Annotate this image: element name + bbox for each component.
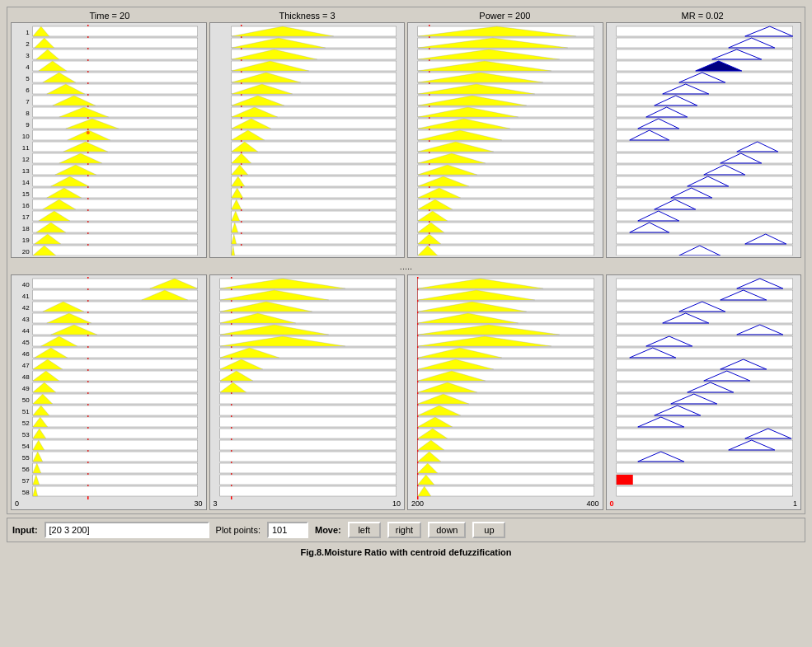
panel-mr-top bbox=[606, 22, 802, 258]
panel-power-top bbox=[407, 22, 603, 258]
plot-area: Time = 20 Thickness = 3 Power = 200 MR =… bbox=[7, 7, 805, 514]
chart-time-top: 1 2 3 4 5 bbox=[13, 25, 204, 256]
svg-rect-329 bbox=[616, 382, 792, 392]
svg-rect-321 bbox=[616, 336, 792, 346]
axis-power: 200 400 bbox=[410, 499, 601, 508]
svg-text:5: 5 bbox=[26, 75, 30, 82]
svg-text:8: 8 bbox=[26, 110, 30, 117]
svg-rect-327 bbox=[616, 371, 792, 381]
move-right-button[interactable]: right bbox=[387, 522, 421, 538]
svg-text:57: 57 bbox=[22, 477, 30, 485]
axis-thickness: 3 10 bbox=[212, 499, 403, 508]
svg-rect-148 bbox=[616, 49, 792, 59]
svg-rect-158 bbox=[616, 107, 792, 117]
svg-rect-263 bbox=[219, 394, 396, 404]
svg-rect-301 bbox=[418, 440, 594, 450]
svg-text:12: 12 bbox=[22, 156, 30, 163]
svg-text:2: 2 bbox=[26, 40, 30, 48]
axis-mr: 0 1 bbox=[608, 499, 800, 508]
plot-points-field[interactable] bbox=[267, 522, 308, 538]
svg-text:13: 13 bbox=[22, 167, 30, 175]
svg-rect-146 bbox=[616, 38, 792, 48]
svg-rect-212 bbox=[33, 382, 198, 392]
panel-thickness-top bbox=[209, 22, 406, 258]
move-up-button[interactable]: up bbox=[472, 522, 505, 538]
svg-text:19: 19 bbox=[22, 237, 30, 244]
svg-rect-261 bbox=[219, 382, 396, 392]
svg-rect-178 bbox=[616, 223, 792, 232]
svg-text:3: 3 bbox=[26, 52, 30, 59]
svg-rect-346 bbox=[616, 486, 792, 496]
plot-points-label: Plot points: bbox=[216, 525, 260, 535]
svg-rect-267 bbox=[219, 440, 396, 450]
svg-rect-311 bbox=[616, 279, 792, 288]
figure-caption: Fig.8.Moisture Ratio with centroid defuz… bbox=[7, 547, 805, 557]
svg-text:41: 41 bbox=[22, 293, 30, 300]
svg-rect-140 bbox=[418, 234, 594, 244]
svg-text:43: 43 bbox=[22, 316, 30, 323]
svg-rect-227 bbox=[33, 440, 198, 450]
svg-rect-239 bbox=[33, 486, 198, 496]
svg-text:56: 56 bbox=[22, 466, 30, 473]
svg-rect-319 bbox=[616, 325, 792, 335]
svg-rect-307 bbox=[418, 475, 594, 485]
svg-text:49: 49 bbox=[22, 385, 30, 392]
svg-rect-32 bbox=[33, 142, 198, 152]
svg-rect-99 bbox=[231, 234, 396, 244]
svg-text:17: 17 bbox=[22, 213, 30, 221]
svg-text:44: 44 bbox=[22, 327, 30, 335]
svg-rect-22 bbox=[33, 107, 198, 117]
svg-rect-89 bbox=[231, 176, 396, 186]
panel-time-top: 1 2 3 4 5 bbox=[11, 22, 207, 258]
svg-rect-164 bbox=[616, 142, 792, 152]
svg-text:10: 10 bbox=[22, 133, 30, 140]
svg-rect-95 bbox=[231, 211, 396, 221]
input-label: Input: bbox=[12, 525, 38, 535]
svg-rect-224 bbox=[33, 429, 198, 438]
move-down-button[interactable]: down bbox=[428, 522, 466, 538]
panel-title-3: Power = 200 bbox=[410, 11, 599, 21]
svg-rect-341 bbox=[616, 452, 792, 462]
svg-rect-313 bbox=[616, 290, 792, 300]
panel-time-bottom: 40 41 42 43 44 45 bbox=[11, 274, 207, 510]
panel-power-bottom: 200 400 bbox=[407, 274, 603, 510]
chart-thickness-top bbox=[212, 25, 403, 256]
svg-text:18: 18 bbox=[22, 225, 30, 232]
svg-rect-209 bbox=[33, 371, 198, 381]
separator: ..... bbox=[11, 258, 801, 274]
svg-rect-265 bbox=[219, 417, 396, 427]
svg-rect-156 bbox=[616, 96, 792, 105]
bottom-bar: Input: Plot points: Move: left right dow… bbox=[7, 518, 805, 542]
move-left-button[interactable]: left bbox=[348, 522, 381, 538]
svg-rect-325 bbox=[616, 359, 792, 369]
svg-rect-85 bbox=[231, 153, 396, 163]
svg-rect-101 bbox=[231, 246, 396, 256]
chart-time-bottom: 40 41 42 43 44 45 bbox=[13, 277, 204, 499]
svg-rect-218 bbox=[33, 406, 198, 415]
svg-rect-269 bbox=[219, 463, 396, 473]
svg-rect-236 bbox=[33, 475, 198, 485]
svg-point-30 bbox=[87, 131, 90, 134]
axis-time: 0 30 bbox=[13, 499, 204, 508]
svg-rect-215 bbox=[33, 394, 198, 404]
svg-rect-233 bbox=[33, 463, 198, 473]
svg-rect-323 bbox=[616, 348, 792, 358]
move-label: Move: bbox=[315, 525, 341, 535]
svg-text:6: 6 bbox=[26, 87, 30, 94]
main-container: Time = 20 Thickness = 3 Power = 200 MR =… bbox=[0, 0, 812, 564]
svg-rect-97 bbox=[231, 223, 396, 232]
svg-rect-4 bbox=[33, 38, 198, 48]
svg-rect-142 bbox=[418, 246, 594, 256]
svg-rect-182 bbox=[616, 246, 792, 256]
svg-text:52: 52 bbox=[22, 420, 30, 427]
svg-rect-174 bbox=[616, 199, 792, 209]
svg-text:53: 53 bbox=[22, 431, 30, 438]
svg-text:55: 55 bbox=[22, 454, 30, 462]
svg-text:45: 45 bbox=[22, 339, 30, 346]
svg-rect-138 bbox=[418, 223, 594, 232]
svg-rect-266 bbox=[219, 429, 396, 438]
svg-rect-344 bbox=[616, 475, 792, 485]
svg-rect-28 bbox=[33, 130, 198, 140]
svg-text:42: 42 bbox=[22, 304, 30, 312]
input-field[interactable] bbox=[45, 522, 209, 538]
